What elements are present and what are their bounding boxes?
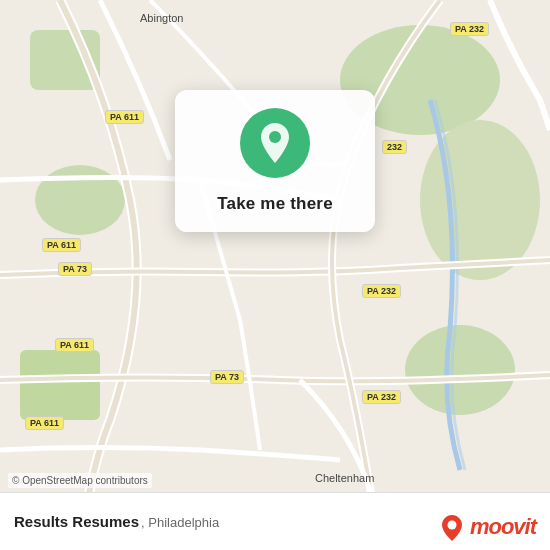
road-label-pa611-top: PA 611 <box>105 110 144 124</box>
road-label-232-mid: 232 <box>382 140 407 154</box>
road-label-pa73-left: PA 73 <box>58 262 92 276</box>
svg-point-8 <box>447 521 456 530</box>
attribution: © OpenStreetMap contributors <box>8 473 152 488</box>
road-label-pa611-bot: PA 611 <box>55 338 94 352</box>
svg-point-3 <box>405 325 515 415</box>
road-label-pa611-mid: PA 611 <box>42 238 81 252</box>
moovit-text: moovit <box>470 514 536 540</box>
moovit-pin-icon <box>441 514 463 542</box>
place-info: Results Resumes, Philadelphia <box>14 513 219 531</box>
road-label-pa611-bot2: PA 611 <box>25 416 64 430</box>
info-bar: Results Resumes, Philadelphia moovit <box>0 492 550 550</box>
location-pin-icon <box>257 121 293 165</box>
svg-point-2 <box>420 120 540 280</box>
popup-card: Take me there <box>175 90 375 232</box>
cheltenham-label: Cheltenham <box>315 472 374 484</box>
map-container: PA 611 PA 611 PA 611 PA 611 PA 73 PA 73 … <box>0 0 550 550</box>
road-label-pa232-bot2: PA 232 <box>362 390 401 404</box>
road-label-pa73-mid: PA 73 <box>210 370 244 384</box>
svg-point-7 <box>269 131 281 143</box>
road-label-pa232-bot: PA 232 <box>362 284 401 298</box>
svg-rect-6 <box>20 350 100 420</box>
location-icon-circle <box>240 108 310 178</box>
abington-label: Abington <box>140 12 183 24</box>
place-city: , Philadelphia <box>141 515 219 530</box>
road-label-pa232-top: PA 232 <box>450 22 489 36</box>
take-me-there-button[interactable]: Take me there <box>209 190 341 218</box>
moovit-logo: moovit <box>441 514 536 540</box>
place-name: Results Resumes <box>14 513 139 530</box>
